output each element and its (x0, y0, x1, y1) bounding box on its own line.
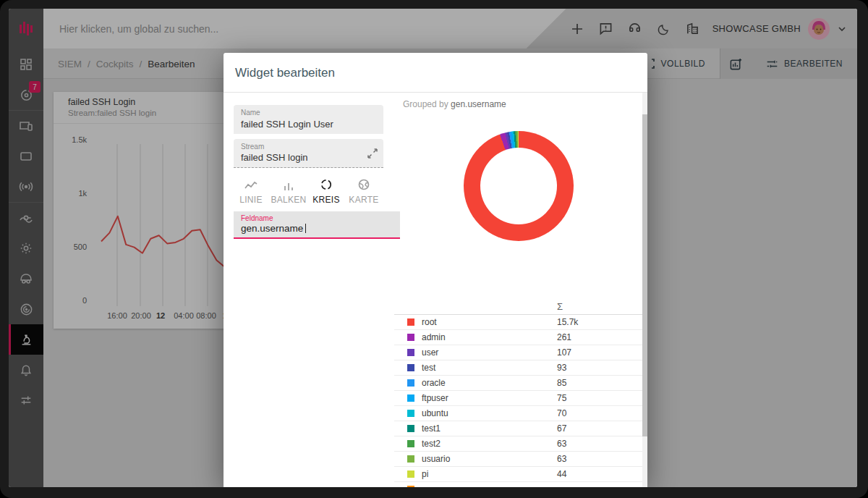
legend-swatch (407, 425, 414, 432)
tab-kreis[interactable]: KREIS (307, 173, 345, 208)
window-frame: SHOWCASE GMBH (0, 0, 868, 498)
legend-row: test1 67 (394, 421, 644, 436)
chart-type-tabs: LINIE BALKEN KREIS KARTE (232, 173, 383, 208)
sum-column-header: Σ (557, 301, 563, 312)
legend-row: ftpuser 75 (394, 391, 644, 406)
grouped-by-label: Grouped by gen.username (403, 99, 506, 109)
name-field[interactable]: Name failed SSH Login User (234, 105, 383, 134)
legend-label: pi (422, 469, 428, 479)
legend-value: 67 (557, 423, 566, 434)
modal-title: Widget bearbeiten (235, 66, 335, 80)
legend-row: test 93 (394, 360, 644, 376)
app-window: SHOWCASE GMBH (9, 9, 857, 487)
legend-row: usuario 63 (394, 452, 644, 467)
legend-label: usuario (422, 454, 450, 464)
map-icon (357, 178, 370, 191)
legend-row: pi 44 (394, 467, 644, 482)
tab-balken[interactable]: BALKEN (270, 173, 307, 208)
legend-value: 63 (557, 439, 566, 449)
modal-header: Widget bearbeiten (224, 53, 647, 93)
legend-value: 75 (557, 393, 566, 403)
legend-value: 15.7k (557, 317, 578, 327)
legend-table: Σ root 15.7k admin 261 user 107 test (394, 299, 644, 487)
legend-row: admin 261 (394, 330, 644, 345)
legend-row: oracle 85 (394, 376, 644, 391)
legend-swatch (407, 440, 414, 447)
line-chart-icon (244, 181, 258, 191)
legend-swatch (407, 410, 414, 417)
legend-row-partial (394, 482, 644, 487)
legend-row: ubuntu 70 (394, 406, 644, 421)
legend-row: user 107 (394, 345, 644, 360)
legend-label: root (422, 317, 437, 327)
legend-value: 63 (557, 454, 566, 464)
legend-value: 85 (557, 378, 566, 388)
legend-label: user (422, 347, 438, 358)
legend-value: 44 (557, 469, 566, 479)
edit-widget-modal: Widget bearbeiten Name failed SSH Login … (224, 53, 647, 487)
donut-chart-icon (320, 178, 333, 191)
legend-value: 261 (557, 332, 571, 342)
text-cursor (305, 224, 306, 233)
legend-swatch (407, 455, 414, 463)
legend-value: 70 (557, 408, 566, 418)
legend-label: test (422, 363, 435, 373)
legend-swatch (407, 334, 414, 341)
tab-karte[interactable]: KARTE (345, 173, 383, 208)
legend-row: root 15.7k (394, 315, 644, 330)
legend-row: test2 63 (394, 436, 644, 452)
legend-swatch (407, 379, 414, 387)
legend-swatch (407, 318, 414, 326)
legend-swatch (407, 364, 414, 371)
bar-chart-icon (283, 181, 294, 191)
feldname-input[interactable]: Feldname gen.username (234, 211, 400, 239)
expand-icon[interactable] (367, 148, 378, 161)
legend-value: 93 (557, 363, 566, 373)
legend-swatch (407, 349, 414, 356)
legend-value: 107 (557, 347, 571, 358)
legend-header: Σ (394, 299, 644, 315)
legend-label: ftpuser (422, 393, 448, 403)
legend-swatch (407, 470, 414, 478)
legend-label: test1 (422, 423, 441, 434)
legend-swatch (407, 486, 414, 487)
tab-linie[interactable]: LINIE (232, 173, 270, 208)
stream-field[interactable]: Stream failed SSH login (234, 139, 383, 168)
legend-swatch (407, 394, 414, 402)
legend-label: admin (422, 332, 446, 342)
legend-label: test2 (422, 439, 441, 449)
modal-scrollbar-track (642, 93, 647, 487)
legend-label: ubuntu (422, 408, 448, 418)
legend-label: oracle (422, 378, 446, 388)
donut-chart (464, 131, 574, 241)
modal-scrollbar-thumb[interactable] (642, 114, 647, 436)
